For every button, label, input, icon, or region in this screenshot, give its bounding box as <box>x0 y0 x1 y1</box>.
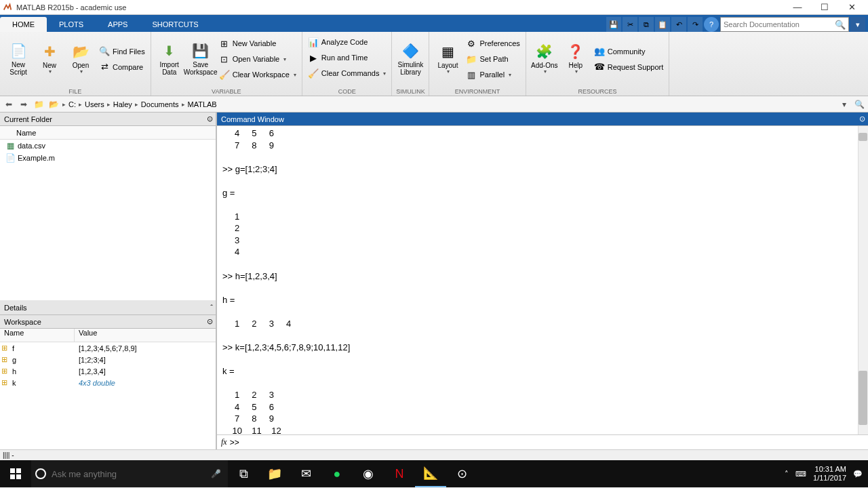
command-prompt: >> <box>230 438 239 447</box>
keyboard-icon[interactable]: ⌨ <box>795 470 806 479</box>
netflix-icon[interactable]: N <box>384 460 415 487</box>
matlab-taskbar-icon[interactable]: 📐 <box>415 460 446 487</box>
import-data-button[interactable]: ⬇Import Data <box>155 35 184 83</box>
path-search-icon[interactable]: 🔍 <box>853 98 865 110</box>
nav-browse-icon[interactable]: 📂 <box>47 98 60 110</box>
save-workspace-button[interactable]: 💾Save Workspace <box>186 35 215 83</box>
file-explorer-icon[interactable]: 📁 <box>259 460 290 487</box>
request-support-button[interactable]: ☎Request Support <box>593 60 665 75</box>
crumb-3[interactable]: Documents <box>141 100 179 108</box>
search-icon[interactable]: 🔍 <box>835 20 846 30</box>
qat-redo-icon[interactable]: ↷ <box>688 17 703 32</box>
search-documentation[interactable]: 🔍 <box>720 17 849 32</box>
parallel-button[interactable]: ▥Parallel <box>465 67 521 82</box>
command-window-title[interactable]: Command Window⊙ <box>217 113 868 126</box>
clear-workspace-button[interactable]: 🧹Clear Workspace <box>218 67 298 82</box>
crumb-0[interactable]: C: <box>68 100 76 108</box>
new-variable-button[interactable]: ⊞New Variable <box>218 36 298 51</box>
notifications-icon[interactable]: 💬 <box>853 470 863 479</box>
compare-button[interactable]: ⇄Compare <box>98 60 146 75</box>
status-bar: |||| - <box>0 449 868 460</box>
tab-plots[interactable]: PLOTS <box>47 17 96 32</box>
open-button[interactable]: 📂Open <box>66 35 95 83</box>
tab-shortcuts[interactable]: SHORTCUTS <box>140 17 210 32</box>
clear-commands-button[interactable]: 🧹Clear Commands <box>307 66 388 81</box>
file-item[interactable]: ▦data.csv <box>0 140 216 152</box>
nav-up-icon[interactable]: 📁 <box>33 98 45 110</box>
clear-commands-icon: 🧹 <box>308 68 319 79</box>
user-dropdown[interactable]: ▾ <box>850 17 865 32</box>
qat-undo-icon[interactable]: ↶ <box>671 17 686 32</box>
nav-forward-icon[interactable]: ➡ <box>18 98 30 110</box>
find-files-icon: 🔍 <box>99 46 110 57</box>
maximize-button[interactable]: ☐ <box>811 1 838 14</box>
current-folder-menu-icon[interactable]: ⊙ <box>207 115 213 123</box>
tab-home[interactable]: HOME <box>0 17 47 32</box>
new-script-button[interactable]: 📄New Script <box>4 35 33 83</box>
details-expand-icon[interactable]: ˆ <box>210 304 213 312</box>
workspace-var[interactable]: ⊞k4x3 double <box>0 377 216 388</box>
analyze-code-button[interactable]: 📊Analyze Code <box>307 35 388 49</box>
tray-expand-icon[interactable]: ˄ <box>785 470 789 479</box>
minimize-button[interactable]: — <box>784 1 811 14</box>
file-item[interactable]: 📄Example.m <box>0 152 216 164</box>
chrome-icon[interactable]: ◉ <box>353 460 384 487</box>
run-and-time-button[interactable]: ▶Run and Time <box>307 50 388 65</box>
obs-icon[interactable]: ⊙ <box>446 460 477 487</box>
find-files-button[interactable]: 🔍Find Files <box>98 44 146 59</box>
tab-apps[interactable]: APPS <box>96 17 140 32</box>
crumb-4[interactable]: MATLAB <box>188 100 217 108</box>
command-window[interactable]: 4 5 6 7 8 9 >> g=[1;2;3;4] g = 1 2 3 4 >… <box>217 126 868 434</box>
layout-button[interactable]: ▦Layout <box>433 35 462 83</box>
command-prompt-bar[interactable]: fx >> <box>217 434 868 449</box>
spotify-icon[interactable]: ● <box>321 460 353 487</box>
qat-cut-icon[interactable]: ✂ <box>623 17 637 32</box>
qat-paste-icon[interactable]: 📋 <box>655 17 670 32</box>
command-window-scrollbar[interactable] <box>858 126 868 434</box>
current-folder-title[interactable]: Current Folder⊙ <box>0 113 216 126</box>
set-path-button[interactable]: 📁Set Path <box>465 52 521 66</box>
qat-help-icon[interactable]: ? <box>704 17 719 32</box>
task-view-icon[interactable]: ⧉ <box>228 460 259 487</box>
current-folder-panel: Name ▦data.csv 📄Example.m <box>0 126 216 300</box>
gear-icon: ⚙ <box>466 38 477 49</box>
crumb-1[interactable]: Users <box>85 100 104 108</box>
simulink-library-button[interactable]: 🔷Simulink Library <box>396 35 425 83</box>
details-title[interactable]: Detailsˆ <box>0 300 216 315</box>
ws-value-column[interactable]: Value <box>75 329 216 342</box>
system-clock[interactable]: 10:31 AM 1/11/2017 <box>813 465 846 483</box>
qat-copy-icon[interactable]: ⧉ <box>639 17 654 32</box>
help-button[interactable]: ❓Help <box>561 35 590 83</box>
window-title: MATLAB R2015b - academic use <box>16 3 784 12</box>
close-button[interactable]: ✕ <box>838 1 865 14</box>
cf-name-column[interactable]: Name <box>0 126 216 140</box>
addons-button[interactable]: 🧩Add-Ons <box>530 35 559 83</box>
group-resources-label: RESOURCES <box>526 88 669 95</box>
workspace-title[interactable]: Workspace⊙ <box>0 315 216 329</box>
workspace-var[interactable]: ⊞f[1,2,3;4,5,6;7,8,9] <box>0 342 216 354</box>
cortana-search[interactable]: 🎤 <box>31 460 228 487</box>
crumb-2[interactable]: Haley <box>113 100 132 108</box>
ws-name-column[interactable]: Name <box>0 329 75 342</box>
workspace-panel: Name Value ⊞f[1,2,3;4,5,6;7,8,9] ⊞g[1;2;… <box>0 329 216 449</box>
community-button[interactable]: 👥Community <box>593 44 665 59</box>
workspace-menu-icon[interactable]: ⊙ <box>207 317 213 326</box>
start-button[interactable] <box>0 460 31 487</box>
analyze-icon: 📊 <box>308 37 319 47</box>
workspace-var[interactable]: ⊞h[1,2,3,4] <box>0 365 216 377</box>
new-button[interactable]: ✚New <box>35 35 64 83</box>
group-environment-label: ENVIRONMENT <box>429 88 525 95</box>
search-input[interactable] <box>724 20 835 28</box>
mic-icon[interactable]: 🎤 <box>211 469 221 479</box>
fx-icon[interactable]: fx <box>221 437 227 447</box>
qat-save-icon[interactable]: 💾 <box>606 17 621 32</box>
cortana-icon <box>35 468 46 479</box>
preferences-button[interactable]: ⚙Preferences <box>465 36 521 51</box>
cortana-input[interactable] <box>52 469 205 479</box>
workspace-var[interactable]: ⊞g[1;2;3;4] <box>0 354 216 365</box>
path-dropdown-icon[interactable]: ▾ <box>838 98 850 110</box>
open-variable-button[interactable]: ⊡Open Variable <box>218 52 298 66</box>
nav-back-icon[interactable]: ⬅ <box>3 98 15 110</box>
mail-icon[interactable]: ✉ <box>290 460 321 487</box>
command-window-menu-icon[interactable]: ⊙ <box>859 115 865 123</box>
